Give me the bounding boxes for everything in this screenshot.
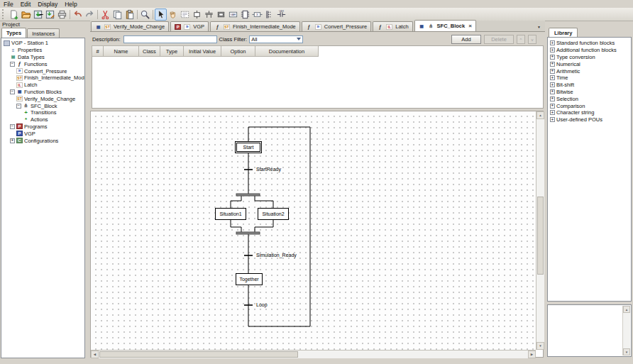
tree-item-data-types[interactable]: ▤Data Types [1, 54, 84, 61]
sfc-transition-simulation_ready[interactable]: Simulation_Ready [256, 253, 297, 258]
add-button[interactable]: Add [451, 35, 481, 44]
connection-button[interactable]: X [251, 9, 263, 21]
library-item-selection[interactable]: +Selection [548, 95, 631, 102]
block-button[interactable] [239, 9, 251, 21]
power-rail-button[interactable] [263, 9, 275, 21]
collapse-icon[interactable]: − [10, 124, 15, 129]
toolbar-grip[interactable] [2, 9, 6, 19]
library-item-standard-function-blocks[interactable]: +Standard function blocks [548, 40, 631, 47]
expand-icon[interactable]: + [550, 75, 555, 80]
tree-item-actions[interactable]: *Actions [1, 116, 84, 123]
sfc-canvas[interactable]: StartSituation1Situation2TogetherStartRe… [91, 111, 536, 350]
scroll-up-icon[interactable]: ▲ [623, 306, 630, 313]
tree-item-function-blocks[interactable]: −▦Function Blocks [1, 89, 84, 96]
expand-icon[interactable]: + [10, 138, 15, 143]
move-down-button[interactable]: v [528, 35, 536, 44]
sfc-transition-loop[interactable]: Loop [256, 302, 268, 307]
library-item-user-defined-pous[interactable]: +User-defined POUs [548, 116, 631, 123]
scroll-up-icon[interactable]: ▲ [536, 111, 544, 119]
save-button[interactable] [32, 9, 44, 21]
expand-icon[interactable]: + [550, 96, 555, 101]
expand-icon[interactable]: + [550, 117, 555, 122]
expand-icon[interactable]: + [550, 110, 555, 115]
contact-button[interactable]: VAR [275, 9, 287, 21]
library-item-comparison[interactable]: +Comparison [548, 102, 631, 109]
tree-item-programs[interactable]: −PPrograms [1, 123, 84, 131]
sfc-step-situation2[interactable]: Situation2 [258, 208, 289, 220]
tree-item-vgp-station-1[interactable]: VGP - Station 1 [1, 40, 84, 47]
paste-button[interactable] [123, 9, 136, 21]
tree-item-transitions[interactable]: +Transitions [1, 109, 84, 116]
expand-icon[interactable]: + [550, 69, 555, 74]
horizontal-scroll-thumb[interactable] [99, 351, 298, 358]
print-button[interactable] [56, 9, 68, 21]
comment-button[interactable] [179, 9, 191, 21]
search-button[interactable] [139, 9, 151, 21]
editor-tab-convert_pressure[interactable]: ƒ»Convert_Pressure [302, 21, 371, 31]
scroll-down-icon[interactable]: ▼ [536, 342, 544, 350]
scroll-down-icon[interactable]: ▼ [623, 348, 630, 355]
canvas-vertical-scrollbar[interactable]: ▲ ▼ [536, 111, 544, 350]
select-button[interactable] [155, 9, 167, 21]
editor-tab-vgp[interactable]: P»VGP [170, 21, 209, 31]
sfc-step-situation1[interactable]: Situation1 [215, 208, 246, 220]
tree-item-finish-intermediate-mode[interactable]: STFinish_Intermediate_Mode [1, 75, 84, 82]
tree-item-functions[interactable]: −ƒFunctions [1, 60, 84, 67]
library-item-type-conversion[interactable]: +Type conversion [548, 54, 631, 61]
expand-icon[interactable]: + [550, 104, 555, 109]
undo-button[interactable] [72, 9, 84, 21]
tree-item-configurations[interactable]: +CConfigurations [1, 137, 84, 144]
tab-overflow-button[interactable]: ▼ [535, 23, 543, 31]
collapse-icon[interactable]: − [16, 104, 21, 109]
sfc-step-together[interactable]: Together [236, 273, 263, 285]
tree-item-verify-mode-change[interactable]: STVerify_Mode_Change [1, 95, 84, 102]
initial-step-button[interactable] [215, 9, 227, 21]
project-tab-types[interactable]: Types [1, 28, 26, 38]
copy-button[interactable] [111, 9, 123, 21]
project-tab-instances[interactable]: Instances [27, 28, 60, 38]
library-item-bit-shift[interactable]: +Bit-shift [548, 82, 631, 89]
library-desc-scrollbar[interactable]: ▲ ▼ [622, 306, 630, 355]
motion-button[interactable] [167, 9, 179, 21]
save-as-button[interactable] [44, 9, 56, 21]
tree-item-vgp[interactable]: PVGP [1, 130, 84, 137]
divergence-button[interactable] [203, 9, 215, 21]
library-item-bitwise[interactable]: +Bitwise [548, 89, 631, 96]
menu-help[interactable]: Help [61, 0, 80, 8]
cut-button[interactable] [99, 9, 111, 21]
scroll-right-icon[interactable]: ▶ [528, 351, 536, 358]
delete-button[interactable]: Delete [484, 35, 514, 44]
tree-item-convert-pressure[interactable]: »Convert_Pressure [1, 67, 84, 75]
move-up-button[interactable]: ^ [517, 35, 525, 44]
canvas-horizontal-scrollbar[interactable]: ◀ ▶ [91, 350, 536, 358]
collapse-icon[interactable]: − [10, 89, 15, 94]
sfc-step-start[interactable]: Start [235, 141, 262, 153]
expand-icon[interactable]: + [550, 62, 555, 67]
vertical-scroll-thumb[interactable] [537, 197, 544, 275]
variable-button[interactable]: VAR [227, 9, 239, 21]
library-item-additional-function-blocks[interactable]: +Additional function blocks [548, 47, 631, 54]
library-item-character-string[interactable]: +Character string [548, 109, 631, 116]
scroll-left-icon[interactable]: ◀ [91, 351, 99, 358]
menu-file[interactable]: File [0, 0, 17, 8]
expand-icon[interactable]: + [550, 55, 555, 60]
menu-edit[interactable]: Edit [17, 0, 35, 8]
menu-display[interactable]: Display [34, 0, 61, 8]
open-button[interactable] [20, 9, 32, 21]
expand-icon[interactable]: + [550, 89, 555, 94]
collapse-icon[interactable]: − [10, 62, 15, 67]
new-button[interactable] [8, 9, 20, 21]
expand-icon[interactable]: + [550, 48, 555, 53]
editor-tab-latch[interactable]: ƒILLatch [373, 21, 412, 31]
class-filter-select[interactable]: All [249, 35, 303, 43]
library-item-time[interactable]: +Time [548, 75, 631, 82]
tree-item-latch[interactable]: ILLatch [1, 82, 84, 89]
expand-icon[interactable]: + [550, 82, 555, 87]
step-button[interactable] [191, 9, 203, 21]
editor-tab-verify_mode_change[interactable]: ▦STVerify_Mode_Change [91, 21, 169, 31]
library-item-arithmetic[interactable]: +Arithmetic [548, 67, 631, 75]
editor-tab-sfc_block[interactable]: ▦⋔SFC_Block× [414, 20, 476, 31]
expand-icon[interactable]: + [550, 40, 555, 45]
tree-item-sfc-block[interactable]: −⋔SFC_Block [1, 102, 84, 109]
editor-tab-finish_intermediate_mode[interactable]: ƒSTFinish_Intermediate_Mode [210, 21, 300, 31]
